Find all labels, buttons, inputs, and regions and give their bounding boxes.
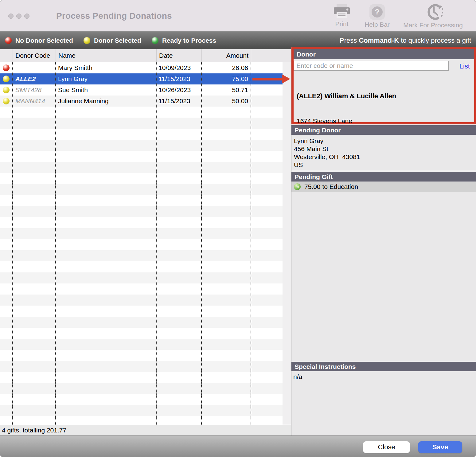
table-row[interactable]: ALLE2Lynn Gray11/15/202375.00 [0,73,283,84]
gift-amount-value: 26.06 [202,62,251,73]
table-row-empty[interactable] [0,416,283,425]
gift-date-value: 10/26/2023 [157,84,202,96]
table-row-empty[interactable] [0,372,283,383]
donor-code-value: SMIT428 [15,86,41,94]
red-status-icon [5,37,12,44]
legend-item: Donor Selected [84,37,141,44]
column-header-amount[interactable]: Amount [202,49,251,62]
table-row-empty[interactable] [0,107,283,118]
pending-donor-line: 456 Main St [294,145,476,153]
table-row-empty[interactable] [0,184,283,195]
status-legend-bar: No Donor SelectedDonor SelectedReady to … [0,31,476,49]
column-header-name[interactable]: Name [56,49,157,62]
column-header-status[interactable] [0,49,13,62]
table-row-empty[interactable] [0,261,283,272]
donor-name-value: Mary Smitth [56,62,157,73]
help-bar-label: Help Bar [359,21,396,28]
gift-date-value: 10/09/2023 [157,62,202,73]
print-button[interactable]: Print [326,4,357,28]
status-legend: No Donor SelectedDonor SelectedReady to … [5,37,216,44]
table-row-empty[interactable] [0,217,283,228]
table-row-empty[interactable] [0,206,283,217]
close-window-icon[interactable] [8,14,14,19]
table-row-empty[interactable] [0,350,283,361]
red-status-icon [3,64,10,71]
table-row-empty[interactable] [0,394,283,405]
special-instructions-value: n/a [291,371,476,381]
legend-item: Ready to Process [152,37,216,44]
detail-panel: Donor List (ALLE2) William & Lucille All… [291,47,476,436]
yellow-status-icon [3,76,10,82]
list-link[interactable]: List [459,62,470,70]
table-row-empty[interactable] [0,228,283,239]
table-row-empty[interactable] [0,118,283,129]
yellow-status-icon [3,98,10,104]
donor-search-input[interactable] [294,61,449,71]
green-status-icon [152,37,158,44]
table-row-empty[interactable] [0,151,283,162]
table-row-empty[interactable] [0,328,283,339]
gift-amount-value: 50.71 [202,84,251,96]
table-row-empty[interactable] [0,250,283,261]
pending-donor-line: Lynn Gray [294,137,476,145]
table-header: Donor Code Name Date Amount [0,49,291,62]
table-row-empty[interactable] [0,361,283,372]
table-row-empty[interactable] [0,195,283,206]
donor-name-line: (ALLE2) William & Lucille Allen [297,92,474,100]
donor-name-value: Julianne Manning [56,96,157,107]
yellow-status-icon [3,87,10,93]
title-bar: Process Pending Donations Print ? Help B… [0,0,476,31]
table-row-empty[interactable] [0,162,283,173]
minimize-window-icon[interactable] [16,14,21,19]
column-header-date[interactable]: Date [157,49,202,62]
help-bar-button[interactable]: ? Help Bar [359,4,396,28]
annotation-arrow-head [282,74,290,84]
donor-street-line: 1674 Stevens Lane [297,117,474,125]
bottom-bar: Close Save [0,436,476,457]
table-row[interactable]: Mary Smitth10/09/202326.06 [0,62,283,73]
close-button[interactable]: Close [363,441,410,453]
pending-donor-address: Lynn Gray456 Main StWesterville, OH 4308… [291,135,476,169]
pending-donor-line: Westerville, OH 43081 [294,153,476,161]
pending-gift-entry: 75.00 to Education [304,183,358,190]
table-row-empty[interactable] [0,306,283,317]
table-body: Mary Smitth10/09/202326.06ALLE2Lynn Gray… [0,62,283,425]
yellow-status-icon [84,37,90,44]
process-pending-donations-window: Process Pending Donations Print ? Help B… [0,0,476,457]
column-header-donor-code[interactable]: Donor Code [13,49,56,62]
shortcut-key: Command-K [359,37,399,45]
table-row-empty[interactable] [0,383,283,394]
zoom-window-icon[interactable] [24,14,29,19]
pending-gift-row[interactable]: ➔ 75.00 to Education [291,182,476,192]
donor-name-value: Lynn Gray [56,73,157,84]
table-row-empty[interactable] [0,339,283,350]
print-label: Print [326,20,357,28]
legend-item: No Donor Selected [5,37,73,44]
clock-processing-icon [398,4,468,20]
annotation-arrow [252,78,283,80]
pending-gift-header: Pending Gift [291,172,476,182]
table-summary: 4 gifts, totalling 201.77 [0,425,291,436]
donor-code-value: ALLE2 [15,75,36,83]
mark-for-processing-button[interactable]: Mark For Processing [398,4,468,29]
donor-section: Donor List (ALLE2) William & Lucille All… [291,47,476,124]
table-row-empty[interactable] [0,239,283,250]
donor-code-value: MANN414 [15,97,45,105]
save-button[interactable]: Save [418,441,462,453]
gift-date-value: 11/15/2023 [157,96,202,107]
column-header-blank [251,49,291,62]
table-row-empty[interactable] [0,129,283,140]
table-row-empty[interactable] [0,173,283,184]
gift-date-value: 11/15/2023 [157,73,202,84]
table-row-empty[interactable] [0,140,283,151]
table-row[interactable]: SMIT428Sue Smith10/26/202350.71 [0,84,283,96]
donor-section-header: Donor [294,49,474,59]
green-arrow-icon: ➔ [294,183,301,190]
table-row-empty[interactable] [0,272,283,283]
table-row[interactable]: MANN414Julianne Manning11/15/202350.00 [0,96,283,107]
special-instructions-header: Special Instructions [291,362,476,371]
table-row-empty[interactable] [0,405,283,416]
table-row-empty[interactable] [0,283,283,295]
table-row-empty[interactable] [0,317,283,328]
table-row-empty[interactable] [0,295,283,306]
